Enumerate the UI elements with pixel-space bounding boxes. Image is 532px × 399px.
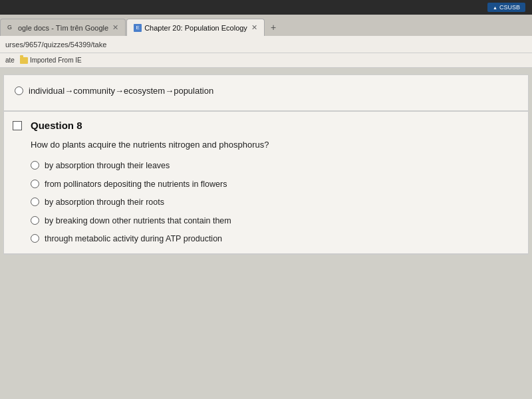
radio-option-3[interactable] (31, 198, 39, 206)
csusb-label: CSUSB (499, 4, 520, 11)
question-8-text: How do plants acquire the nutrients nitr… (31, 139, 517, 151)
radio-prev[interactable] (15, 86, 23, 95)
bookmark-ate: ate (5, 57, 15, 64)
option-2-label: from pollinators depositing the nutrient… (45, 179, 227, 191)
question-8-options: by absorption through their leaves from … (31, 160, 517, 245)
radio-option-2[interactable] (31, 180, 39, 188)
radio-option-5[interactable] (31, 234, 39, 243)
prev-answer-text: individual→community→ecosystem→populatio… (29, 86, 213, 96)
prev-question-partial: individual→community→ecosystem→populatio… (4, 75, 528, 112)
option-1-label: by absorption through their leaves (45, 160, 170, 172)
csusb-badge: CSUSB (487, 3, 525, 12)
tab-chapter20[interactable]: E Chapter 20: Population Ecology ✕ (126, 19, 265, 36)
bookmarks-bar: ate Imported From IE (0, 53, 532, 68)
doc-tab-icon: E (134, 24, 142, 32)
bookmark-imported-label: Imported From IE (30, 57, 82, 64)
option-4-label: by breaking down other nutrients that co… (45, 215, 231, 227)
address-text: urses/9657/quizzes/54399/take (5, 41, 106, 49)
question-checkbox-col (4, 120, 31, 245)
option-5[interactable]: through metabolic activity during ATP pr… (31, 233, 517, 245)
system-taskbar: CSUSB (0, 0, 532, 15)
folder-icon (20, 57, 28, 64)
tab-google-close[interactable]: ✕ (112, 23, 118, 32)
question-8-checkbox[interactable] (13, 121, 22, 130)
question-8-section: Question 8 How do plants acquire the nut… (4, 112, 528, 254)
option-1[interactable]: by absorption through their leaves (31, 160, 517, 172)
address-bar[interactable]: urses/9657/quizzes/54399/take (0, 36, 532, 53)
tab-chapter20-close[interactable]: ✕ (251, 23, 257, 32)
question-8-content: Question 8 How do plants acquire the nut… (31, 120, 528, 245)
option-3-label: by absorption through their roots (45, 197, 164, 209)
question-8-title: Question 8 (31, 120, 517, 131)
option-5-label: through metabolic activity during ATP pr… (45, 233, 222, 245)
tabs-row: G ogle docs - Tìm trên Google ✕ E Chapte… (0, 15, 532, 36)
radio-option-4[interactable] (31, 216, 39, 225)
radio-option-1[interactable] (31, 161, 39, 170)
content-area: individual→community→ecosystem→populatio… (0, 68, 532, 399)
new-tab-button[interactable]: + (265, 19, 281, 36)
tab-google[interactable]: G ogle docs - Tìm trên Google ✕ (0, 19, 126, 36)
google-tab-icon: G (7, 24, 15, 32)
quiz-container: individual→community→ecosystem→populatio… (3, 74, 529, 255)
bookmark-ate-label: ate (5, 57, 15, 64)
bookmark-imported-from-ie[interactable]: Imported From IE (20, 57, 82, 64)
option-3[interactable]: by absorption through their roots (31, 197, 517, 209)
tab-google-label: ogle docs - Tìm trên Google (18, 24, 108, 32)
browser-chrome: G ogle docs - Tìm trên Google ✕ E Chapte… (0, 15, 532, 68)
option-2[interactable]: from pollinators depositing the nutrient… (31, 179, 517, 191)
option-4[interactable]: by breaking down other nutrients that co… (31, 215, 517, 227)
tab-chapter20-label: Chapter 20: Population Ecology (144, 24, 247, 32)
new-tab-icon: + (271, 22, 276, 33)
prev-answer-option[interactable]: individual→community→ecosystem→populatio… (15, 86, 517, 96)
